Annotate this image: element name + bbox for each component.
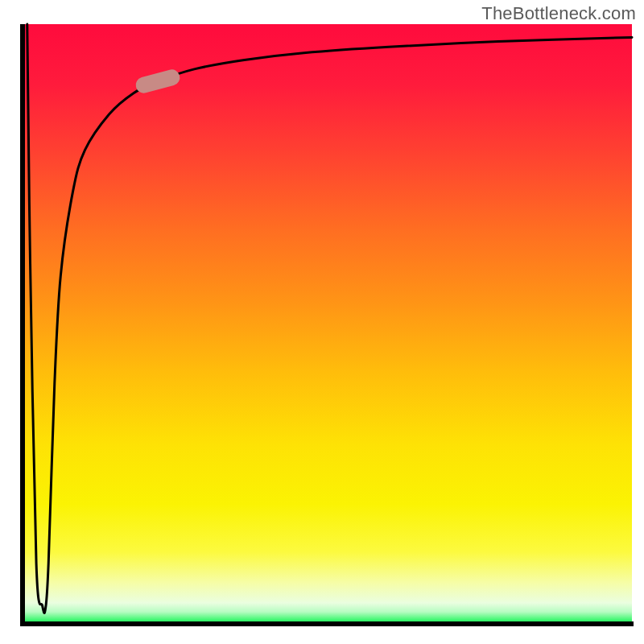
bottleneck-curve-path <box>27 24 632 613</box>
watermark-text: TheBottleneck.com <box>481 3 636 24</box>
bottleneck-chart: TheBottleneck.com <box>0 0 644 644</box>
curve-svg <box>24 24 632 624</box>
